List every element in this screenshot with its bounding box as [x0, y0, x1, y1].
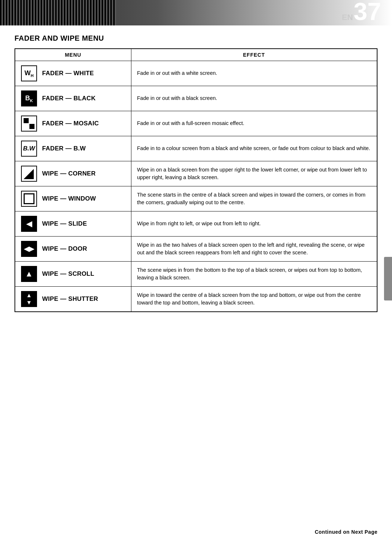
- header-bar: EN 37: [0, 0, 392, 25]
- menu-cell-inner: Wipe — Window: [21, 191, 125, 207]
- table-row: Wipe — Corner Wipe in on a black screen …: [15, 161, 377, 186]
- page-number: 37: [354, 0, 381, 24]
- wh-icon: WH: [21, 65, 37, 81]
- menu-cell-inner: ▲ Wipe — Scroll: [21, 266, 125, 282]
- menu-label-fader-mosaic: Fader — Mosaic: [42, 120, 99, 127]
- bw-icon: B.W: [21, 141, 37, 157]
- menu-cell-wipe-corner: Wipe — Corner: [15, 161, 131, 186]
- table-row: ◀ Wipe — Slide Wipe in from right to lef…: [15, 211, 377, 237]
- bk-icon: BK: [21, 90, 37, 106]
- effect-text-fader-bw: Fade in to a colour screen from a black …: [137, 145, 370, 151]
- menu-table: Menu Effect WH Fader — White Fade in or …: [15, 48, 377, 312]
- footer: Continued on Next Page: [315, 529, 377, 535]
- col-menu-header: Menu: [15, 49, 131, 61]
- table-row: ▲ ▼ Wipe — Shutter Wipe in toward the ce…: [15, 287, 377, 312]
- menu-cell-inner: BK Fader — Black: [21, 90, 125, 106]
- menu-cell-wipe-scroll: ▲ Wipe — Scroll: [15, 262, 131, 287]
- header-stripes: [0, 0, 116, 25]
- effect-cell-wipe-shutter: Wipe in toward the centre of a black scr…: [131, 287, 377, 312]
- table-row: WH Fader — White Fade in or out with a w…: [15, 61, 377, 86]
- effect-cell-wipe-window: The scene starts in the centre of a blac…: [131, 186, 377, 211]
- effect-text-wipe-corner: Wipe in on a black screen from the upper…: [137, 167, 367, 180]
- main-content: Fader and Wipe Menu Menu Effect WH Fader…: [0, 25, 392, 327]
- menu-label-wipe-door: Wipe — Door: [42, 245, 87, 253]
- menu-cell-fader-bw: B.W Fader — B.W: [15, 136, 131, 161]
- effect-text-wipe-shutter: Wipe in toward the centre of a black scr…: [137, 292, 361, 306]
- effect-cell-wipe-scroll: The scene wipes in from the bottom to th…: [131, 262, 377, 287]
- shutter-icon: ▲ ▼: [21, 291, 37, 307]
- menu-cell-inner: Fader — Mosaic: [21, 116, 125, 132]
- menu-cell-inner: ▲ ▼ Wipe — Shutter: [21, 291, 125, 307]
- col-effect-header: Effect: [131, 49, 377, 61]
- effect-text-fader-white: Fade in or out with a white screen.: [137, 70, 217, 76]
- menu-cell-inner: B.W Fader — B.W: [21, 141, 125, 157]
- slide-icon: ◀: [21, 216, 37, 232]
- menu-cell-inner: Wipe — Corner: [21, 166, 125, 182]
- effect-text-wipe-slide: Wipe in from right to left, or wipe out …: [137, 221, 261, 226]
- effect-cell-wipe-slide: Wipe in from right to left, or wipe out …: [131, 211, 377, 237]
- table-row: Fader — Mosaic Fade in or out with a ful…: [15, 111, 377, 136]
- menu-cell-inner: WH Fader — White: [21, 65, 125, 81]
- table-row: B.W Fader — B.W Fade in to a colour scre…: [15, 136, 377, 161]
- mosaic-icon: [21, 116, 37, 132]
- menu-cell-wipe-slide: ◀ Wipe — Slide: [15, 211, 131, 237]
- effect-cell-fader-mosaic: Fade in or out with a full-screen mosaic…: [131, 111, 377, 136]
- menu-cell-fader-mosaic: Fader — Mosaic: [15, 111, 131, 136]
- window-icon: [21, 191, 37, 207]
- menu-cell-wipe-window: Wipe — Window: [15, 186, 131, 211]
- effect-cell-wipe-door: Wipe in as the two halves of a black scr…: [131, 237, 377, 262]
- section-title: Fader and Wipe Menu: [15, 34, 377, 43]
- table-row: BK Fader — Black Fade in or out with a b…: [15, 86, 377, 111]
- table-header-row: Menu Effect: [15, 49, 377, 61]
- continued-text: Continued on Next Page: [315, 529, 377, 535]
- door-icon: ◀▶: [21, 241, 37, 257]
- menu-label-wipe-corner: Wipe — Corner: [42, 170, 95, 177]
- effect-cell-wipe-corner: Wipe in on a black screen from the upper…: [131, 161, 377, 186]
- effect-cell-fader-black: Fade in or out with a black screen.: [131, 86, 377, 111]
- effect-text-wipe-scroll: The scene wipes in from the bottom to th…: [137, 267, 362, 280]
- menu-label-wipe-slide: Wipe — Slide: [42, 220, 87, 227]
- scroll-icon: ▲: [21, 266, 37, 282]
- table-row: ▲ Wipe — Scroll The scene wipes in from …: [15, 262, 377, 287]
- effect-text-wipe-door: Wipe in as the two halves of a black scr…: [137, 242, 365, 255]
- menu-cell-fader-white: WH Fader — White: [15, 61, 131, 86]
- effect-text-fader-black: Fade in or out with a black screen.: [137, 95, 217, 101]
- effect-text-fader-mosaic: Fade in or out with a full-screen mosaic…: [137, 120, 245, 126]
- page-number-area: EN 37: [342, 0, 381, 24]
- menu-label-fader-white: Fader — White: [42, 70, 94, 77]
- menu-cell-fader-black: BK Fader — Black: [15, 86, 131, 111]
- table-row: Wipe — Window The scene starts in the ce…: [15, 186, 377, 211]
- effect-text-wipe-window: The scene starts in the centre of a blac…: [137, 192, 366, 205]
- menu-label-wipe-scroll: Wipe — Scroll: [42, 270, 94, 278]
- stripe-decoration: [0, 0, 116, 25]
- menu-cell-inner: ◀▶ Wipe — Door: [21, 241, 125, 257]
- menu-cell-wipe-shutter: ▲ ▼ Wipe — Shutter: [15, 287, 131, 312]
- menu-label-wipe-shutter: Wipe — Shutter: [42, 295, 98, 303]
- menu-cell-inner: ◀ Wipe — Slide: [21, 216, 125, 232]
- effect-cell-fader-white: Fade in or out with a white screen.: [131, 61, 377, 86]
- corner-icon: [21, 166, 37, 182]
- menu-label-fader-bw: Fader — B.W: [42, 145, 86, 152]
- menu-cell-wipe-door: ◀▶ Wipe — Door: [15, 237, 131, 262]
- table-row: ◀▶ Wipe — Door Wipe in as the two halves…: [15, 237, 377, 262]
- en-label: EN: [342, 13, 353, 22]
- menu-label-fader-black: Fader — Black: [42, 95, 95, 102]
- effect-cell-fader-bw: Fade in to a colour screen from a black …: [131, 136, 377, 161]
- menu-label-wipe-window: Wipe — Window: [42, 195, 96, 202]
- side-tab: [384, 257, 392, 300]
